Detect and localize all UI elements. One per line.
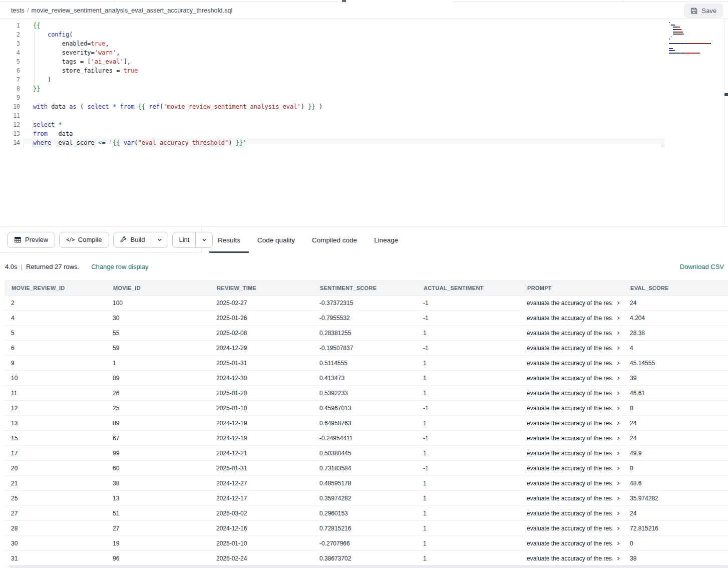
table-cell: 0.48595178 <box>313 480 417 487</box>
build-dropdown-toggle[interactable] <box>151 232 168 247</box>
table-cell: 28 <box>5 525 107 532</box>
column-header-movie_id: MOVIE_ID <box>107 285 211 291</box>
table-cell: 2025-01-10 <box>210 405 313 412</box>
preview-button[interactable]: Preview <box>7 232 55 248</box>
expand-cell-chevron-icon[interactable] <box>616 466 621 471</box>
table-cell: 1 <box>417 360 521 367</box>
results-status-bar: 4.0s | Returned 27 rows. Change row disp… <box>0 253 728 280</box>
table-cell: 0.73183584 <box>313 465 417 472</box>
tab-compiled-code[interactable]: Compiled code <box>303 227 366 253</box>
code-brackets-icon: </> <box>66 237 75 242</box>
expand-cell-chevron-icon[interactable] <box>616 331 621 336</box>
expand-cell-chevron-icon[interactable] <box>616 361 621 366</box>
table-cell: 49.9 <box>624 450 728 457</box>
minimap-line <box>669 43 719 44</box>
minimap-line <box>669 50 719 51</box>
table-row: 912025-01-310.51145551evaluate the accur… <box>5 356 728 371</box>
prompt-cell: evaluate the accuracy of the res… <box>521 390 624 397</box>
expand-cell-chevron-icon[interactable] <box>616 496 621 501</box>
table-cell: 31 <box>5 555 107 562</box>
line-number: 7 <box>0 75 20 84</box>
breadcrumb-filename: movie_review_sentiment_analysis_eval_ass… <box>31 7 232 14</box>
line-number: 3 <box>0 39 20 48</box>
row-count-text: Returned 27 rows. <box>26 263 79 270</box>
results-table: MOVIE_REVIEW_IDMOVIE_IDREVIEW_TIMESENTIM… <box>5 280 728 566</box>
table-cell: 0.28381255 <box>313 330 417 337</box>
expand-cell-chevron-icon[interactable] <box>616 541 621 546</box>
expand-cell-chevron-icon[interactable] <box>616 346 621 351</box>
table-row: 17992024-12-210.503804451evaluate the ac… <box>5 446 728 461</box>
table-cell: 48.6 <box>624 480 728 487</box>
table-cell: 19 <box>107 540 210 547</box>
editor-scrollbar-thumb[interactable] <box>724 93 728 96</box>
download-csv-link[interactable]: Download CSV <box>680 263 724 270</box>
table-grid-icon <box>14 236 22 243</box>
tab-results[interactable]: Results <box>209 227 249 253</box>
table-cell: 24 <box>624 420 728 427</box>
minimap-line <box>669 27 719 28</box>
expand-cell-chevron-icon[interactable] <box>616 406 621 411</box>
save-button[interactable]: Save <box>684 4 723 18</box>
sql-editor[interactable]: 1234567891011121314 {{ config( enabled=t… <box>0 19 728 226</box>
table-cell: 51 <box>107 510 210 517</box>
expand-cell-chevron-icon[interactable] <box>616 301 621 306</box>
table-cell: 12 <box>5 405 107 412</box>
code-area[interactable]: {{ config( enabled=true, severity='warn'… <box>23 21 664 147</box>
code-line: severity='warn', <box>23 48 664 57</box>
prompt-text: evaluate the accuracy of the res… <box>527 435 613 442</box>
table-cell: 2024-12-19 <box>210 420 313 427</box>
table-cell: 2025-02-24 <box>210 555 313 562</box>
line-number: 4 <box>0 48 20 57</box>
line-number: 1 <box>0 21 20 30</box>
column-header-sentiment_score: SENTIMENT_SCORE <box>314 285 418 291</box>
prompt-cell: evaluate the accuracy of the res… <box>521 300 624 307</box>
table-cell: 1 <box>417 540 521 547</box>
build-button[interactable]: Build <box>114 232 151 247</box>
expand-cell-chevron-icon[interactable] <box>616 511 621 516</box>
expand-cell-chevron-icon[interactable] <box>616 436 621 441</box>
lint-button[interactable]: Lint <box>173 232 195 247</box>
code-line: from data <box>23 129 664 138</box>
table-cell: 1 <box>417 375 521 382</box>
save-icon <box>690 7 698 15</box>
prompt-text: evaluate the accuracy of the res… <box>527 510 613 517</box>
table-cell: 59 <box>107 345 210 352</box>
table-cell: 1 <box>417 420 521 427</box>
breadcrumb: tests/movie_review_sentiment_analysis_ev… <box>11 7 232 14</box>
expand-cell-chevron-icon[interactable] <box>616 526 621 531</box>
minimap-line <box>669 46 719 47</box>
table-cell: 100 <box>107 300 210 307</box>
change-row-display-link[interactable]: Change row display <box>91 263 148 270</box>
results-tabs: ResultsCode qualityCompiled codeLineage <box>202 227 728 253</box>
expand-cell-chevron-icon[interactable] <box>616 556 621 561</box>
table-cell: 2024-12-30 <box>210 375 313 382</box>
expand-cell-chevron-icon[interactable] <box>616 391 621 396</box>
compile-button[interactable]: </> Compile <box>59 232 109 248</box>
table-cell: 2025-01-26 <box>210 315 313 322</box>
expand-cell-chevron-icon[interactable] <box>616 421 621 426</box>
table-cell: -1 <box>417 315 521 322</box>
table-cell: 24 <box>624 510 728 517</box>
prompt-text: evaluate the accuracy of the res… <box>527 420 613 427</box>
expand-cell-chevron-icon[interactable] <box>616 376 621 381</box>
table-cell: -0.24954411 <box>313 435 417 442</box>
table-cell: 96 <box>107 555 210 562</box>
tab-lineage[interactable]: Lineage <box>366 227 407 253</box>
code-line: ) <box>23 75 664 84</box>
table-cell: 24 <box>624 435 728 442</box>
tab-code-quality[interactable]: Code quality <box>249 227 303 253</box>
table-cell: 0.64958763 <box>313 420 417 427</box>
table-cell: 1 <box>417 525 521 532</box>
expand-cell-chevron-icon[interactable] <box>616 481 621 486</box>
table-cell: 20 <box>5 465 107 472</box>
expand-cell-chevron-icon[interactable] <box>616 316 621 321</box>
horizontal-scrollbar[interactable] <box>9 565 728 568</box>
table-cell: 11 <box>5 390 107 397</box>
table-cell: 2025-01-31 <box>210 465 313 472</box>
table-row: 4302025-01-26-0.7955532-1evaluate the ac… <box>5 311 728 326</box>
editor-minimap[interactable] <box>669 22 719 55</box>
breadcrumb-folder[interactable]: tests <box>11 7 25 14</box>
table-cell: 0.2960153 <box>313 510 417 517</box>
table-cell: 0.50380445 <box>313 450 417 457</box>
expand-cell-chevron-icon[interactable] <box>616 451 621 456</box>
